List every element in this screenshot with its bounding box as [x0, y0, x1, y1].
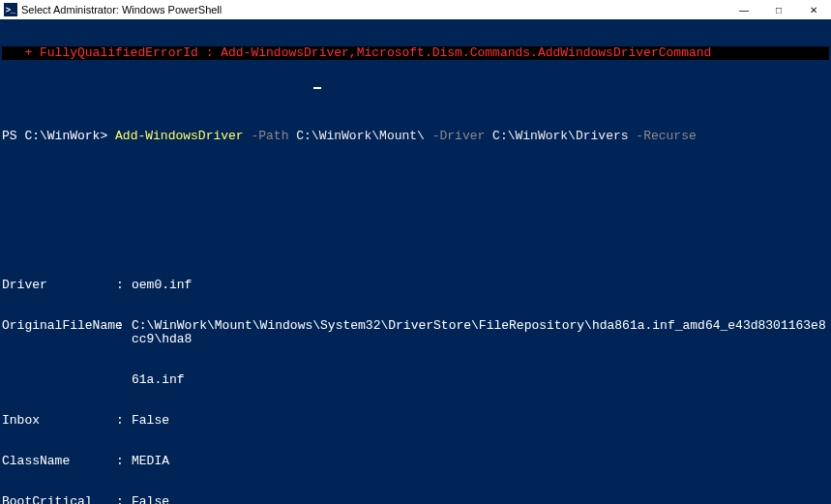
sep: :: [116, 495, 132, 504]
error-prefix: + FullyQualifiedErrorId :: [2, 45, 221, 60]
sep: :: [116, 455, 132, 468]
value-inbox: False: [132, 414, 829, 428]
prompt-param-recurse: -Recurse: [629, 129, 697, 143]
output-row: ClassName: MEDIA: [2, 455, 829, 468]
label-bootcritical: BootCritical: [2, 495, 116, 504]
minimize-button[interactable]: —: [727, 0, 761, 19]
prompt-value-path: C:\WinWork\Mount\: [296, 129, 425, 143]
value-originalfilename-cont: 61a.inf: [2, 373, 829, 387]
label-classname: ClassName: [2, 455, 116, 468]
value-bootcritical: False: [132, 495, 829, 504]
prompt-param-driver: -Driver: [425, 129, 492, 143]
output-row: Driver: oem0.inf: [2, 279, 829, 292]
sep: :: [116, 319, 132, 346]
output-row: OriginalFileName: C:\WinWork\Mount\Windo…: [2, 319, 829, 346]
prompt-param-path: -Path: [244, 129, 297, 143]
terminal-area[interactable]: + FullyQualifiedErrorId : Add-WindowsDri…: [0, 19, 831, 504]
error-line: + FullyQualifiedErrorId : Add-WindowsDri…: [2, 46, 829, 60]
sep: :: [116, 279, 132, 292]
output-row: Inbox: False: [2, 414, 829, 428]
value-classname: MEDIA: [132, 455, 829, 468]
error-message: Add-WindowsDriver,Microsoft.Dism.Command…: [221, 45, 711, 60]
prompt-ps: PS C:\WinWork>: [2, 129, 115, 143]
label-driver: Driver: [2, 279, 116, 292]
maximize-button[interactable]: □: [761, 0, 796, 19]
label-inbox: Inbox: [2, 414, 116, 428]
window-titlebar: >_ Select Administrator: Windows PowerSh…: [0, 0, 831, 19]
prompt-line: PS C:\WinWork> Add-WindowsDriver -Path C…: [2, 130, 829, 143]
sep: :: [116, 414, 132, 428]
text-cursor: [313, 87, 321, 89]
close-button[interactable]: ✕: [796, 0, 831, 19]
label-originalfilename: OriginalFileName: [2, 319, 116, 346]
output-row: BootCritical: False: [2, 495, 829, 504]
value-driver: oem0.inf: [132, 279, 829, 292]
powershell-icon: >_: [4, 3, 17, 16]
window-controls: — □ ✕: [727, 0, 831, 19]
value-originalfilename: C:\WinWork\Mount\Windows\System32\Driver…: [132, 319, 829, 346]
window-title: Select Administrator: Windows PowerShell: [21, 4, 727, 15]
prompt-value-driver: C:\WinWork\Drivers: [492, 129, 628, 143]
prompt-cmdlet: Add-WindowsDriver: [115, 129, 244, 143]
